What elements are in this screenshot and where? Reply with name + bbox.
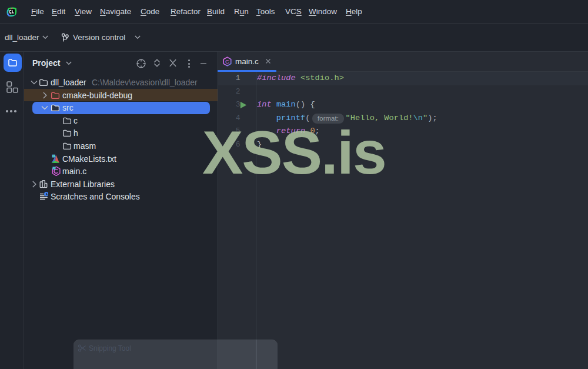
svg-text:C: C — [225, 58, 229, 65]
